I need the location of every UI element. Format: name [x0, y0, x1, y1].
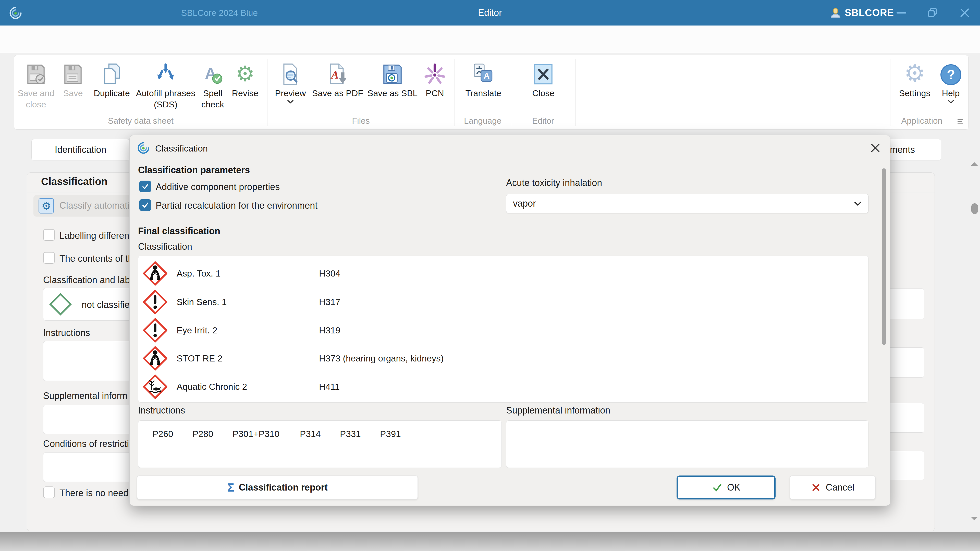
group-label-files: Files	[267, 116, 455, 126]
p-code[interactable]: P331	[340, 429, 361, 439]
supplemental-information-field[interactable]	[506, 421, 869, 468]
p-code[interactable]: P314	[300, 429, 321, 439]
svg-text:A: A	[484, 71, 490, 81]
checkbox-label: Partial recalculation for the environmen…	[156, 200, 318, 211]
minimize-button[interactable]	[893, 5, 910, 21]
spell-check-icon: A	[197, 59, 229, 86]
classification-parameters-heading: Classification parameters	[138, 165, 250, 176]
no-need-checkbox[interactable]	[43, 486, 55, 498]
settings-gear-icon: ⚙	[894, 59, 935, 86]
button-label: Spell check	[197, 87, 229, 110]
account-button[interactable]: SBLCORE	[845, 0, 894, 25]
checkbox-label: Additive component properties	[156, 182, 280, 192]
section-tab-identification[interactable]: Identification	[32, 139, 130, 160]
hazard-class: Aquatic Chronic 2	[177, 382, 247, 392]
group-options-icon[interactable]	[956, 118, 964, 124]
button-label: Classification report	[239, 482, 328, 493]
main-tab-bar: Safety data sheets Substances Contacts	[0, 25, 980, 53]
hazard-code: H411	[319, 382, 340, 392]
p-code[interactable]: P260	[152, 429, 173, 439]
conditions-label: Conditions of restricti	[43, 438, 129, 449]
classification-report-button[interactable]: Σ Classification report	[137, 475, 418, 499]
hazard-code: H304	[319, 268, 340, 279]
settings-button[interactable]: ⚙ Settings	[894, 59, 935, 99]
supplemental-label: Supplemental inform	[43, 391, 127, 401]
classification-row[interactable]: Skin Sens. 1 H317	[138, 288, 868, 316]
x-icon	[811, 483, 821, 492]
group-divider	[575, 59, 576, 126]
svg-text:A: A	[330, 68, 339, 81]
button-label: Revise	[228, 87, 262, 99]
button-label: OK	[727, 482, 740, 493]
p-code[interactable]: P280	[192, 429, 213, 439]
classification-row[interactable]: STOT RE 2 H373 (hearing organs, kidneys)	[138, 344, 868, 373]
partial-recalculation-checkbox[interactable]	[139, 199, 151, 211]
hazard-class: STOT RE 2	[177, 353, 223, 364]
check-icon	[712, 482, 722, 493]
checkbox-label: The contents of th	[59, 253, 133, 264]
translate-button[interactable]: A Translate	[459, 59, 508, 99]
duplicate-button[interactable]: Duplicate	[88, 59, 136, 99]
check-icon	[142, 201, 149, 209]
labelling-different-checkbox[interactable]	[43, 229, 55, 241]
p-code[interactable]: P301+P310	[232, 429, 280, 439]
revise-button[interactable]: ⚙ Revise	[228, 59, 262, 99]
help-button[interactable]: ? Help	[936, 59, 966, 104]
classification-row[interactable]: Eye Irrit. 2 H319	[138, 316, 868, 345]
contents-checkbox[interactable]	[43, 252, 55, 264]
preview-icon	[271, 59, 310, 86]
classification-row[interactable]: Aquatic Chronic 2 H411	[138, 372, 868, 401]
group-label-application: Application	[890, 116, 953, 126]
app-title: SBLCore 2024 Blue	[153, 0, 286, 25]
scrollbar-up-arrow[interactable]	[970, 161, 978, 167]
translate-icon: A	[459, 59, 508, 86]
dialog-logo-icon	[137, 142, 150, 154]
select-value: vapor	[513, 198, 536, 209]
pcn-icon	[419, 59, 451, 86]
scrollbar-thumb[interactable]	[971, 203, 978, 214]
group-label-language: Language	[455, 116, 511, 126]
spell-check-button[interactable]: A Spell check	[197, 59, 229, 110]
supplemental-information-label: Supplemental information	[506, 405, 610, 416]
app-logo-icon	[9, 6, 22, 19]
close-editor-icon	[524, 59, 563, 86]
p-code[interactable]: P391	[380, 429, 401, 439]
save-as-pdf-button[interactable]: A Save as PDF	[310, 59, 366, 99]
cancel-button[interactable]: Cancel	[790, 475, 876, 499]
ribbon-panel: Save and close Save	[14, 55, 969, 130]
classification-row[interactable]: Asp. Tox. 1 H304	[138, 259, 868, 288]
ok-button[interactable]: OK	[676, 475, 776, 499]
maximize-button[interactable]	[924, 5, 941, 21]
save-and-close-button[interactable]: Save and close	[14, 59, 58, 110]
hazard-code: H319	[319, 325, 340, 335]
dialog-scrollbar-thumb[interactable]	[882, 168, 886, 345]
close-editor-button[interactable]: Close	[524, 59, 563, 99]
autofill-arrows-icon	[135, 59, 196, 86]
button-label: Save	[59, 87, 87, 99]
duplicate-icon	[88, 59, 136, 86]
close-window-button[interactable]	[956, 5, 973, 21]
save-as-sbl-button[interactable]: Save as SBL	[364, 59, 421, 99]
ghs-exclamation-icon	[143, 318, 167, 343]
save-button[interactable]: Save	[59, 59, 87, 99]
instructions-label: Instructions	[43, 327, 90, 338]
help-icon: ?	[936, 59, 966, 86]
dialog-title: Classification	[155, 143, 208, 154]
autofill-phrases-button[interactable]: Autofill phrases (SDS)	[135, 59, 196, 110]
check-icon	[142, 183, 149, 190]
title-bar: SBLCore 2024 Blue Editor SBLCORE	[0, 0, 980, 25]
button-label: Settings	[894, 87, 935, 99]
button-label: Translate	[459, 87, 508, 99]
additive-component-checkbox[interactable]	[139, 181, 151, 192]
acute-toxicity-select[interactable]: vapor	[506, 194, 869, 213]
button-label: Save as PDF	[310, 87, 366, 99]
window-bottom-band	[0, 532, 980, 551]
dialog-close-button[interactable]	[870, 142, 881, 154]
scrollbar-down-arrow[interactable]	[970, 516, 978, 521]
pcn-button[interactable]: PCN	[419, 59, 451, 99]
maximize-icon	[927, 7, 939, 19]
classify-automatically-button[interactable]: Classify automatica	[59, 200, 139, 211]
preview-button[interactable]: Preview	[271, 59, 310, 104]
hazard-code: H373 (hearing organs, kidneys)	[319, 353, 444, 364]
ribbon-toolbar: Save and close Save	[0, 53, 980, 131]
